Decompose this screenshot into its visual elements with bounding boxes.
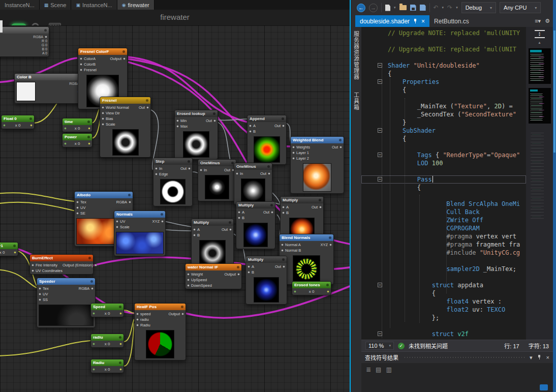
debug-configuration-select[interactable]: Debug ▾ xyxy=(461,2,496,13)
minimap-preview-2[interactable] xyxy=(529,88,551,124)
navigate-back-icon[interactable]: ← xyxy=(357,4,365,12)
window-scrollbar[interactable] xyxy=(553,0,556,392)
graph-node-append[interactable]: AppendABOut xyxy=(247,115,287,165)
close-icon[interactable]: × xyxy=(421,18,425,24)
list-view-icon[interactable]: ≣ xyxy=(366,366,371,373)
vs-tab-doubleside-shader[interactable]: doubleside.shader× xyxy=(355,15,429,27)
minimap-preview-1[interactable] xyxy=(529,48,551,84)
graph-node-power[interactable]: Powerx 0 xyxy=(62,133,92,147)
color-swatch[interactable] xyxy=(16,82,36,101)
graph-node-erosed-tones[interactable]: Erosed tonesx 0 xyxy=(292,281,331,295)
new-file-dropdown-icon[interactable]: ▾ xyxy=(394,6,396,10)
graph-node-oneminus-1[interactable]: OneMinusInOut xyxy=(198,159,236,201)
fold-marker-icon[interactable]: − xyxy=(378,177,382,182)
pane-divider[interactable] xyxy=(350,0,351,392)
vs-tab-retbutton-cs[interactable]: RetButton.cs xyxy=(429,15,474,27)
graph-node-oneminus-2[interactable]: OneMinusInOut xyxy=(234,163,272,205)
panel-header[interactable]: 查找符号结果 ▾ × xyxy=(361,352,553,363)
graph-node-radiu-2[interactable]: Radiux 0 xyxy=(90,359,124,373)
output-ports: Out xyxy=(275,264,285,275)
graph-node-multiply-4[interactable]: MultiplyABOut xyxy=(245,256,287,305)
group-view-icon[interactable]: ▤ xyxy=(376,366,381,373)
graph-node-weighted-blend[interactable]: Weighted BlendWeightsLayer 1Layer 2Out xyxy=(290,136,344,194)
output-port-row: Out xyxy=(263,210,273,215)
graph-node-float-0[interactable]: Float 0x 0 xyxy=(1,115,35,129)
graph-node-step[interactable]: StepInEdgeOut xyxy=(153,158,193,206)
output-ports: Out xyxy=(206,118,216,129)
pin-icon[interactable] xyxy=(413,19,418,24)
redo-dropdown-icon[interactable]: ▾ xyxy=(456,6,458,10)
zoom-select[interactable]: 110 % ▾ xyxy=(365,342,394,350)
gear-icon[interactable]: ⚙ xyxy=(545,18,550,24)
save-all-icon[interactable] xyxy=(420,5,426,11)
code-line xyxy=(361,192,526,200)
graph-node-time[interactable]: timex 0 xyxy=(62,118,92,132)
graph-node-color-b[interactable]: Color BRGBAR 1G 1B 1A 1 xyxy=(14,73,85,104)
unity-tab-instancen-[interactable]: InstanceN... xyxy=(0,0,40,10)
close-icon[interactable]: × xyxy=(546,354,549,360)
save-icon[interactable] xyxy=(410,5,416,11)
fold-marker-icon[interactable]: − xyxy=(378,128,382,133)
graph-node-burn-effect[interactable]: BurnEffectFire IntensityUV CoordinatesOu… xyxy=(29,254,94,275)
graph-node-water-normal-lf[interactable]: water Normal lFWeightUpSpeedDownSpeedOut… xyxy=(185,263,242,289)
redo-icon[interactable]: ↷ xyxy=(447,5,452,11)
scroll-up-arrow-icon[interactable]: ▲ xyxy=(526,41,553,44)
chevron-down-icon[interactable]: ▾ xyxy=(530,354,533,361)
side-strip-label-1[interactable]: 工具箱 xyxy=(352,92,360,110)
output-port xyxy=(123,57,126,60)
graph-node-vector1[interactable]: Vector1x 0 xyxy=(0,242,18,256)
unity-tab-firewater[interactable]: ◉firewater xyxy=(117,0,155,10)
node-ports: ABOut xyxy=(246,263,287,276)
navigate-forward-icon[interactable]: → xyxy=(369,4,378,12)
node-value-row: x 0 xyxy=(2,122,34,129)
input-port-row: A xyxy=(282,205,289,209)
side-strip-label-0[interactable]: 服务器资源管理器 xyxy=(352,31,360,80)
undo-icon[interactable]: ↶ xyxy=(434,5,439,11)
node-title-label: Erosed lookup xyxy=(177,111,205,116)
open-file-icon[interactable] xyxy=(399,5,407,10)
graph-node-heatf-pos[interactable]: HeatF PosspeedradiuRadiuOutput xyxy=(134,303,186,360)
code-editor[interactable]: // Upgrade NOTE: replaced 'mul(UNITY// U… xyxy=(361,27,526,340)
graph-node-color-a[interactable]: Color ARGBAR 0G 0B 0A 0 xyxy=(0,26,49,57)
graph-node-multiply-3[interactable]: MultiplyABOut xyxy=(191,219,234,268)
graph-node-radiu-1[interactable]: radiux 0 xyxy=(90,334,124,348)
pin-icon[interactable] xyxy=(537,355,542,360)
graph-node-speeder[interactable]: SpeederTexUVSSRGBA xyxy=(37,278,96,328)
minimap-scrollbar[interactable]: ▴▾ ▲ xyxy=(526,27,553,340)
output-port xyxy=(282,125,285,127)
columns-view-icon[interactable]: ▥ xyxy=(386,366,391,373)
value-row: G 0 xyxy=(1,43,47,47)
output-ports: Out xyxy=(222,227,232,237)
output-port xyxy=(339,146,342,148)
graph-node-blend-normals[interactable]: Blend NormalsNormal ANormal BXYZ xyxy=(279,234,334,285)
node-preview xyxy=(254,136,280,163)
document-list-icon[interactable]: ≡▾ xyxy=(535,18,541,24)
input-port xyxy=(292,157,295,160)
graph-node-multiply-2[interactable]: MultiplyABOut xyxy=(236,201,275,249)
node-title: Step xyxy=(153,158,192,165)
platform-select[interactable]: Any CPU ▾ xyxy=(500,2,541,13)
graph-node-speed[interactable]: Speedx 0 xyxy=(90,303,124,317)
node-ports: UVScaleXYZ xyxy=(114,218,165,230)
shader-graph-canvas[interactable]: Color ARGBAR 0G 0B 0A 0Color BRGBAR 1G 1… xyxy=(0,25,350,392)
fold-marker-icon[interactable]: − xyxy=(378,283,382,287)
graph-node-fresnel[interactable]: FresnelWorld NormalView DirBiasScaleOut xyxy=(100,97,151,158)
unity-tab-scene[interactable]: ▦Scene xyxy=(40,0,72,10)
fold-marker-icon[interactable]: − xyxy=(378,153,382,157)
issues-status-text: 未找到相关问题 xyxy=(409,342,448,350)
panel-grip[interactable] xyxy=(540,384,548,390)
splitter-handle-icon[interactable]: ▴▾ xyxy=(535,29,545,39)
output-port-row: Out xyxy=(180,166,191,171)
output-port xyxy=(91,287,94,290)
undo-dropdown-icon[interactable]: ▾ xyxy=(442,6,444,10)
output-ports: Output xyxy=(224,272,240,288)
scrollbar-thumb[interactable] xyxy=(553,31,555,153)
unity-tab-instancen-[interactable]: ▣InstanceN... xyxy=(71,0,117,10)
fold-marker-icon[interactable]: − xyxy=(378,63,382,68)
visual-studio-window: ← → ▾ ↶ ▾ ↷ ▾ Debug ▾ Any CPU ▾ doublesi… xyxy=(351,0,556,392)
graph-node-normals[interactable]: NormalsUVScaleXYZ xyxy=(114,210,166,256)
fold-marker-icon[interactable]: − xyxy=(378,79,382,84)
graph-node-erosed-lookup[interactable]: Erosed lookupMinMaxOut xyxy=(174,110,218,160)
new-file-icon[interactable] xyxy=(385,5,390,11)
fold-marker-icon[interactable]: − xyxy=(378,331,382,336)
